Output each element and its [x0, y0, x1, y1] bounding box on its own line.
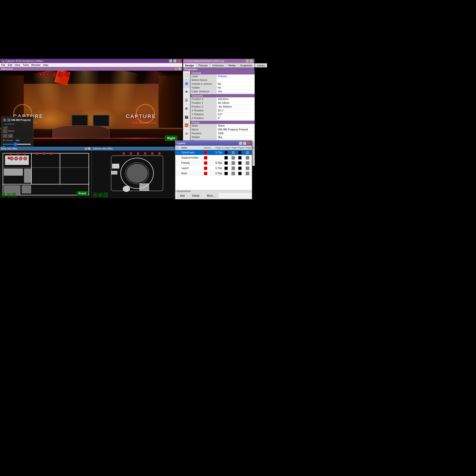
sidebar-item-filters[interactable]: ⚙ — [183, 104, 190, 113]
beta-green-icon-3[interactable]: ≡ — [12, 193, 16, 197]
home-label: Home — [8, 129, 15, 133]
menu-edit[interactable]: Edit — [8, 64, 12, 67]
layer-row-equipment[interactable]: Equipment-Main Normal — [175, 155, 252, 160]
sidebar-item-gobos[interactable]: ⊙ — [183, 130, 190, 138]
beta-marker-6 — [50, 153, 52, 154]
minimize-button[interactable]: ─ — [169, 59, 172, 63]
front-badge: Front — [77, 191, 88, 196]
sidebar-item-materials[interactable]: 🧱 — [183, 121, 190, 130]
reception-desk — [52, 125, 109, 138]
rp-minimize[interactable]: ─ — [246, 59, 249, 63]
prop-value-weight: 3kg — [217, 136, 255, 139]
gamma-green-icon-3[interactable]: ≡ — [103, 193, 108, 197]
menu-window[interactable]: Window — [31, 64, 40, 67]
prop-value-posz: -4m 503mm — [217, 105, 255, 108]
alpha-pin-button[interactable]: 📌 — [175, 67, 178, 70]
selected-icon: ⊞ — [185, 82, 188, 85]
dimmer-slider[interactable] — [3, 144, 31, 145]
prop-label-rotz: Z Rotation — [190, 116, 217, 120]
col-papers: Paper s... — [231, 146, 238, 149]
layers-close-button[interactable]: ✕ — [247, 142, 250, 145]
beta-ctrl-3[interactable]: ⏻ — [19, 157, 23, 160]
tab-fixtures[interactable]: Fixtures — [196, 63, 210, 67]
prop-row-posx: Position X 420,9mm — [190, 97, 255, 101]
gamma-marker-6 — [158, 153, 160, 154]
col-paperte: Paper te... — [238, 146, 245, 149]
prop-value-rotz: 0° — [217, 116, 255, 120]
app-title: Capture 2019 Symphony Edition — [5, 60, 43, 62]
light-icon-1[interactable]: ⊕ — [38, 72, 43, 77]
layer-row-default[interactable]: ✓ Default layer 0,75pt Normal — [175, 150, 252, 155]
alpha-lighting-icons: ⊕ ↺ ⏻ ⊡ ≡ — [38, 72, 70, 77]
layers-more-button[interactable]: More... — [204, 193, 218, 198]
gamma-green-icon-1[interactable]: ↺ — [93, 193, 97, 197]
layer-name-fixtures: Fixtures — [181, 161, 203, 165]
tab-library[interactable]: Library — [255, 63, 267, 67]
menu-view[interactable]: View — [15, 64, 20, 67]
menu-file[interactable]: File — [1, 64, 5, 67]
layer-name-equipment: Equipment-Main — [181, 156, 203, 159]
tab-universes[interactable]: Universes — [210, 63, 226, 67]
layers-minimize-button[interactable]: ─ — [239, 142, 242, 145]
col-paperw: Paper w... — [215, 146, 224, 149]
beta-pin-button[interactable]: 📌 — [85, 147, 87, 150]
scenes-icon: 🎬 — [185, 115, 188, 119]
gamma-green-icon-2[interactable]: ⊕ — [98, 193, 102, 197]
layer-row-none[interactable]: None 0,75pt Normal — [175, 171, 252, 176]
sidebar-item-selected[interactable]: ⊞ — [183, 80, 190, 88]
beta-ctrl-2[interactable]: ↺ — [14, 157, 18, 160]
layers-restore-button[interactable]: □ — [243, 142, 246, 145]
light-icon-2[interactable]: ↺ — [45, 72, 50, 77]
menu-help[interactable]: Help — [43, 64, 48, 67]
tab-design[interactable]: Design — [183, 63, 196, 67]
beta-green-icon-1[interactable]: ↺ — [1, 193, 6, 197]
tv-screen-right — [93, 115, 109, 127]
beta-ctrl-1[interactable]: ⊕ — [10, 157, 14, 160]
rp-maximize[interactable]: □ — [250, 59, 253, 63]
gamma-viewport[interactable]: Γ ↺ ⊕ ≡ — [92, 151, 183, 198]
prop-row-revision: Revision 1003 — [190, 132, 255, 136]
menu-tools[interactable]: Tools — [23, 64, 29, 67]
x-button-1[interactable]: ✕ — [3, 134, 7, 138]
layers-body: ✓ Default layer 0,75pt Normal Equipmen — [175, 150, 252, 190]
light-icon-5[interactable]: ≡ — [65, 72, 70, 77]
dimmer-value: 44% — [16, 139, 21, 142]
prop-value-rotx: 20.1° — [217, 109, 255, 112]
light-icon-4[interactable]: ⊡ — [58, 72, 63, 77]
prop-label-hidden: Hidden — [190, 86, 217, 89]
dimmer-icon: ☀ — [3, 139, 5, 142]
prop-row-posy: Position Y 4m 18mm — [190, 101, 255, 105]
layers-delete-button[interactable]: Delete — [189, 193, 203, 198]
beta-expand-button[interactable]: ⊞ — [88, 147, 90, 150]
tab-snapshots[interactable]: Snapshots — [238, 63, 255, 67]
layer-row-layer0[interactable]: Layer0 0,75pt Normal — [175, 166, 252, 171]
beta-ctrl-4[interactable]: ⊡ — [23, 157, 27, 160]
nav-left-button[interactable]: ◀ — [7, 118, 11, 122]
beta-marker-2 — [17, 153, 19, 154]
tabs-row: Design Fixtures Universes Media Snapshot… — [183, 63, 255, 67]
col-locked: Locked — [252, 146, 259, 149]
sidebar-item-scenes[interactable]: 🎬 — [183, 113, 190, 121]
gamma-viewport-bar: Gamma view (Mix) 📌 ⊞ — [92, 147, 183, 151]
maximize-button[interactable]: □ — [173, 59, 177, 63]
tab-media[interactable]: Media — [226, 63, 238, 67]
beta-green-icon-2[interactable]: ⊕ — [7, 193, 11, 197]
x-button-2[interactable]: ⊠ — [8, 134, 13, 138]
power-button[interactable]: ⏻ — [3, 118, 6, 122]
prop-value-include: No — [217, 82, 255, 86]
layers-title: Layers — [177, 142, 185, 145]
layer-row-fixtures[interactable]: Fixtures 0,75pt Normal — [175, 160, 252, 166]
alpha-expand-button[interactable]: ⊞ — [178, 67, 181, 70]
home-button[interactable]: ⌂ — [3, 129, 7, 133]
close-button[interactable]: ✕ — [178, 59, 181, 63]
layers-add-button[interactable]: Add — [177, 193, 188, 198]
beta-viewport[interactable]: ⊕ ↺ ⏻ ⊡ Front ↺ ⊕ ≡ — [0, 151, 92, 198]
sidebar-item-project[interactable]: 📋 — [183, 71, 190, 80]
col-paperc: Paper c... — [224, 146, 231, 149]
layers-hscrollbar[interactable] — [175, 190, 252, 192]
sidebar-item-views[interactable]: 👁 — [183, 88, 190, 96]
light-icon-3[interactable]: ⏻ — [51, 72, 57, 77]
prop-value-name: OM-380 Projector Fresnel — [217, 128, 255, 131]
sidebar-item-layers[interactable]: ☰ — [183, 96, 190, 104]
views-icon: 👁 — [185, 90, 188, 94]
